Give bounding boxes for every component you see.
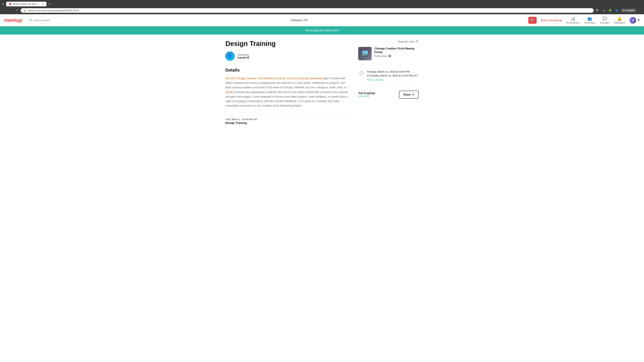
- nav-messages[interactable]: 💬 Messages: [600, 16, 609, 24]
- event-left-column: Design Training 👤 Hosted By Lauren D. De…: [226, 40, 350, 125]
- avatar-dropdown-icon: ▼: [637, 19, 640, 22]
- tab-favicon: [9, 3, 11, 5]
- host-avatar: 👤: [226, 51, 235, 61]
- host-name[interactable]: Lauren D.: [238, 56, 250, 59]
- hosted-by-label: Hosted By: [238, 53, 250, 56]
- details-heading: Details: [226, 67, 350, 73]
- rsvp-section: You're going! Edit RSVP Share ⇧: [358, 91, 418, 98]
- group-image: 🏙️: [358, 47, 372, 60]
- details-section: Details Join the Chicago Creative Circle…: [226, 67, 350, 108]
- messages-icon: 💬: [602, 16, 607, 21]
- group-image-placeholder: 🏙️: [358, 47, 372, 60]
- event-time-end: to Tuesday, March 12, 2024 at 11:00 PM C…: [367, 74, 418, 78]
- search-bar[interactable]: 🔍: [26, 17, 70, 23]
- main-content: Design Training 👤 Hosted By Lauren D. De…: [221, 34, 422, 130]
- logo[interactable]: meetup: [4, 17, 22, 23]
- event-time-card: 🕙 Tuesday, March 12, 2024 at 10:00 PM to…: [358, 70, 418, 85]
- organizer-tools[interactable]: Organizer tools ▼: [358, 40, 418, 43]
- address-bar[interactable]: 🔒 meetup.com/meetup-group-idfjoojl/event…: [21, 8, 594, 13]
- group-type: Public group ?: [374, 55, 418, 57]
- incognito-badge: 🕵️ Incognito: [621, 9, 636, 12]
- help-icon[interactable]: ?: [388, 55, 391, 57]
- share-icon: ⇧: [412, 93, 414, 96]
- site-header: meetup 🔍 Delaware, OH 🔍 Start a new grou…: [0, 14, 644, 26]
- connections-icon: 👥: [588, 16, 592, 21]
- nav-pro-dashboard[interactable]: 📊 Pro Dashboard: [566, 16, 580, 24]
- location-display: Delaware, OH: [74, 19, 524, 22]
- going-banner: You're going to this event!: [0, 26, 644, 34]
- details-text: Join the Chicago Creative Circle Meetup …: [226, 76, 350, 108]
- event-datetime: TUE, MAR 12 · 10:00 PM CST Design Traini…: [226, 115, 350, 125]
- chevron-down-icon: ▼: [416, 40, 418, 43]
- nav-notifications[interactable]: 🔔 Notifications: [614, 16, 625, 24]
- edit-rsvp-link[interactable]: Edit RSVP: [358, 95, 370, 97]
- group-info: Chicago Creative Circle Meetup Group Pub…: [374, 47, 418, 57]
- notifications-label: Notifications: [614, 22, 625, 24]
- new-tab-button[interactable]: +: [47, 1, 52, 6]
- search-input[interactable]: [34, 19, 67, 22]
- rsvp-info: You're going! Edit RSVP: [358, 92, 375, 98]
- user-avatar-area[interactable]: M ▼: [630, 17, 640, 24]
- connections-label: Connections: [584, 22, 595, 24]
- tab-dropdown-button[interactable]: ▼: [2, 3, 4, 5]
- host-section: 👤 Hosted By Lauren D.: [226, 51, 350, 61]
- browser-chrome: ▼ Design Training, Tue, Mar 12, 2... ✕ +…: [0, 0, 644, 14]
- details-text-highlight-1: Join the Chicago Creative Circle Meetup …: [226, 77, 298, 80]
- messages-label: Messages: [600, 22, 609, 24]
- main-nav: 📊 Pro Dashboard 👥 Connections 💬 Messages…: [566, 16, 640, 24]
- notifications-icon: 🔔: [617, 16, 622, 21]
- tab-close-icon[interactable]: ✕: [42, 3, 44, 5]
- location-text: Delaware, OH: [291, 19, 308, 22]
- group-type-label: Public group: [374, 55, 388, 57]
- forward-button[interactable]: →: [8, 8, 14, 13]
- add-to-calendar-link[interactable]: Add to calendar: [367, 78, 418, 81]
- organizer-tools-label: Organizer tools: [398, 40, 414, 43]
- search-browser-icon[interactable]: 🔍: [595, 8, 600, 13]
- profile-icon[interactable]: 👤: [614, 8, 620, 13]
- location-search-button[interactable]: 🔍: [528, 17, 537, 24]
- going-text: You're going!: [358, 92, 375, 95]
- details-text-body-2: someone who appreciates creativity, this…: [226, 91, 348, 107]
- extensions-icon[interactable]: 🧩: [608, 8, 613, 13]
- active-tab[interactable]: Design Training, Tue, Mar 12, 2... ✕: [6, 2, 46, 6]
- event-sidebar: Organizer tools ▼ 🏙️ Chicago Creative Ci…: [358, 40, 418, 125]
- event-time-main: Tuesday, March 12, 2024 at 10:00 PM: [367, 70, 418, 74]
- start-group-button[interactable]: Start a new group: [541, 19, 562, 22]
- details-text-highlight-3: simply: [226, 91, 233, 93]
- menu-icon[interactable]: ⋮: [637, 8, 642, 13]
- details-text-highlight-2: inspiring networking: [298, 77, 322, 80]
- event-title: Design Training: [226, 40, 350, 47]
- back-button[interactable]: ←: [2, 8, 7, 13]
- nav-connections[interactable]: 👥 Connections: [584, 16, 595, 24]
- page: meetup 🔍 Delaware, OH 🔍 Start a new grou…: [0, 14, 644, 362]
- lock-icon: 🔒: [23, 9, 26, 12]
- reload-button[interactable]: ↻: [15, 8, 19, 13]
- going-banner-text: You're going to this event!: [305, 29, 339, 32]
- search-icon: 🔍: [29, 18, 32, 22]
- event-time-info: Tuesday, March 12, 2024 at 10:00 PM to T…: [367, 70, 418, 81]
- clock-icon: 🕙: [358, 70, 364, 76]
- chart-icon: 📊: [570, 16, 575, 21]
- share-label: Share: [403, 93, 411, 96]
- event-date-label: TUE, MAR 12 · 10:00 PM CST: [226, 118, 350, 121]
- pro-dashboard-label: Pro Dashboard: [566, 22, 580, 24]
- tab-title: Design Training, Tue, Mar 12, 2...: [12, 3, 40, 5]
- host-info: Hosted By Lauren D.: [238, 53, 250, 59]
- event-name-small: Design Training: [226, 121, 350, 125]
- share-button[interactable]: Share ⇧: [399, 91, 418, 98]
- url-text: meetup.com/meetup-group-idfjoojl/events/…: [27, 9, 79, 12]
- group-name[interactable]: Chicago Creative Circle Meetup Group: [374, 47, 418, 54]
- group-card: 🏙️ Chicago Creative Circle Meetup Group …: [358, 47, 418, 64]
- avatar: M: [630, 17, 636, 24]
- bookmark-icon[interactable]: ★: [602, 8, 606, 13]
